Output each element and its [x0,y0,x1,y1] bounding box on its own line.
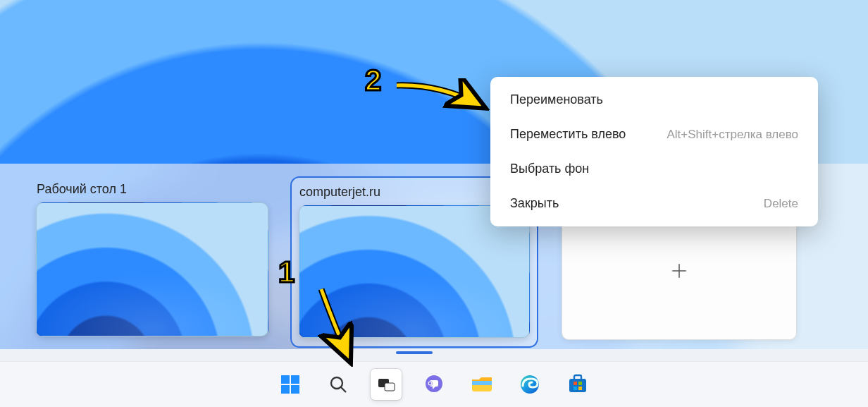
svg-rect-19 [574,387,577,390]
task-view-button[interactable] [371,369,402,400]
svg-rect-5 [291,385,299,394]
svg-rect-2 [281,375,290,384]
context-menu-item-label: Переименовать [510,92,603,107]
context-menu-item-shortcut: Alt+Shift+стрелка влево [666,128,798,142]
svg-point-13 [429,382,431,384]
virtual-desktop-label: Рабочий стол 1 [37,182,268,197]
context-menu-item-label: Переместить влево [510,127,626,142]
context-menu-close[interactable]: Закрыть Delete [490,186,818,221]
search-button[interactable] [323,369,354,400]
context-menu-choose-background[interactable]: Выбрать фон [490,152,818,186]
folder-icon [470,374,494,395]
svg-rect-4 [281,385,290,394]
start-button[interactable] [275,369,306,400]
edge-icon [519,373,541,396]
svg-rect-18 [578,382,582,385]
context-menu-item-shortcut: Delete [764,197,798,211]
annotation-arrow-2 [391,78,490,121]
annotation-arrow-1 [309,284,365,368]
windows-logo-icon [280,374,301,395]
svg-rect-20 [578,387,582,390]
svg-rect-3 [291,375,299,384]
virtual-desktop-tile-1[interactable]: Рабочий стол 1 [36,182,268,336]
annotation-number-2: 2 [365,63,381,97]
desktop-context-menu: Переименовать Переместить влево Alt+Shif… [490,77,818,226]
svg-line-7 [341,387,346,392]
plus-icon [670,262,688,280]
chat-button[interactable] [418,369,450,400]
virtual-desktop-thumbnail [36,202,268,336]
context-menu-rename[interactable]: Переименовать [490,83,818,117]
search-icon [328,374,349,395]
svg-rect-16 [569,379,586,392]
active-desktop-indicator [396,351,433,354]
annotation-number-1: 1 [278,255,294,289]
svg-rect-9 [385,383,395,391]
context-menu-item-label: Выбрать фон [510,162,589,176]
taskbar [0,361,868,407]
svg-rect-17 [574,382,577,385]
svg-point-6 [331,377,342,389]
file-explorer-button[interactable] [466,369,497,400]
task-view-icon [376,374,397,395]
store-icon [566,373,589,396]
chat-icon [423,373,445,396]
context-menu-move-left[interactable]: Переместить влево Alt+Shift+стрелка влев… [490,117,818,152]
context-menu-item-label: Закрыть [510,196,559,211]
svg-rect-14 [472,381,492,385]
edge-browser-button[interactable] [514,369,545,400]
microsoft-store-button[interactable] [562,369,593,400]
